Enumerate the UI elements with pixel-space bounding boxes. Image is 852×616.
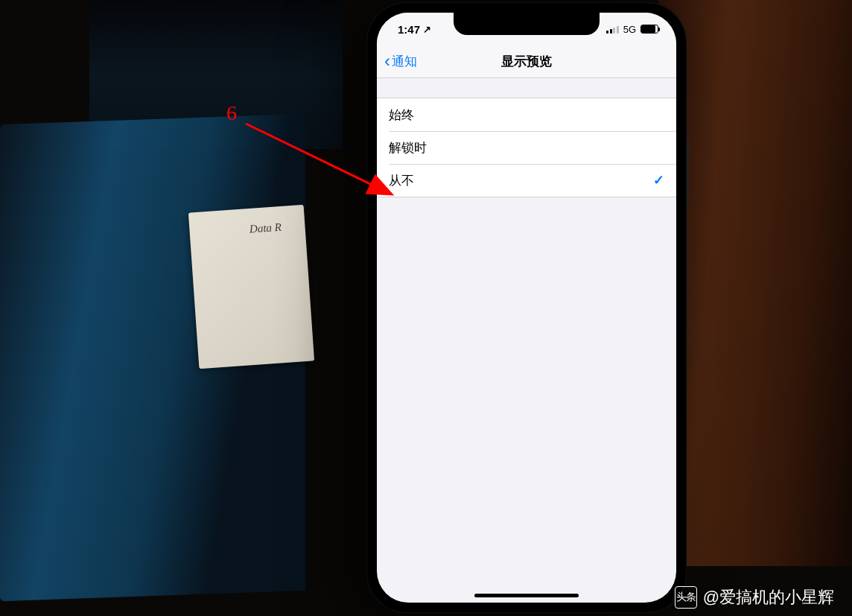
checkmark-icon: ✓: [653, 172, 664, 188]
watermark: 头条 @爱搞机的小星辉: [675, 586, 834, 609]
chevron-left-icon: ‹: [384, 52, 390, 70]
phone-device: 1:47 ↗ 5G ‹ 通知 显示预览 始终: [366, 2, 687, 613]
navigation-bar: ‹ 通知 显示预览: [377, 45, 676, 78]
option-label: 从不: [389, 172, 414, 189]
phone-side-button: [687, 136, 689, 203]
option-label: 解锁时: [389, 139, 427, 156]
option-always[interactable]: 始终: [377, 98, 676, 131]
page-title: 显示预览: [377, 53, 676, 70]
home-indicator[interactable]: [474, 594, 579, 597]
annotation-step-number: 6: [226, 101, 237, 125]
status-time: 1:47: [398, 23, 420, 36]
back-button-label: 通知: [392, 53, 417, 70]
background-wallet: [658, 0, 852, 566]
phone-notch: [454, 13, 600, 35]
location-services-icon: ↗: [423, 24, 431, 35]
network-type-label: 5G: [623, 24, 636, 35]
options-list: 始终 解锁时 从不 ✓: [377, 98, 676, 197]
battery-icon: [640, 25, 658, 34]
status-bar-right: 5G: [606, 24, 658, 35]
phone-screen: 1:47 ↗ 5G ‹ 通知 显示预览 始终: [377, 13, 676, 603]
watermark-badge: 头条: [675, 586, 697, 609]
option-when-unlocked[interactable]: 解锁时: [377, 131, 676, 164]
background-card-text: Data R: [249, 221, 282, 236]
cellular-signal-icon: [606, 25, 619, 34]
option-label: 始终: [389, 107, 414, 124]
status-bar-left: 1:47 ↗: [398, 23, 431, 36]
back-button[interactable]: ‹ 通知: [384, 53, 417, 70]
option-never[interactable]: 从不 ✓: [377, 164, 676, 197]
watermark-text: @爱搞机的小星辉: [703, 586, 834, 609]
